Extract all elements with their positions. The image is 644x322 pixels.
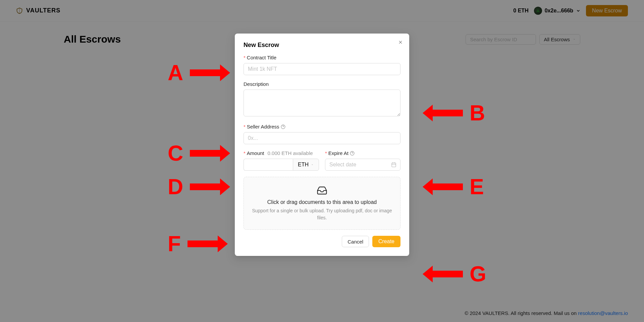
seller-address-input[interactable] <box>244 132 400 144</box>
amount-col: * Amount 0.000 ETH available ETH <box>244 150 319 171</box>
contract-title-input[interactable] <box>244 63 400 75</box>
modal-overlay[interactable]: New Escrow * Contract Title Description … <box>0 0 644 322</box>
close-button[interactable] <box>398 40 403 46</box>
currency-label: ETH <box>298 162 309 168</box>
required-star: * <box>325 150 327 156</box>
expire-label: Expire At <box>328 150 348 156</box>
amount-expire-row: * Amount 0.000 ETH available ETH * Expir… <box>244 150 400 171</box>
amount-available: 0.000 ETH available <box>268 150 313 156</box>
cancel-button[interactable]: Cancel <box>342 236 369 247</box>
close-icon <box>398 40 403 45</box>
chevron-down-icon <box>311 163 314 166</box>
help-icon[interactable] <box>350 151 355 156</box>
expire-date-input[interactable] <box>325 159 400 171</box>
expire-date-wrap <box>325 159 400 171</box>
upload-area[interactable]: Click or drag documents to this area to … <box>244 177 400 230</box>
help-icon[interactable] <box>281 124 285 129</box>
description-label: Description <box>244 81 269 87</box>
inbox-icon <box>317 185 327 196</box>
modal-actions: Cancel Create <box>244 236 400 247</box>
upload-title: Click or drag documents to this area to … <box>251 199 393 205</box>
currency-select[interactable]: ETH <box>293 159 319 171</box>
amount-input-wrap: ETH <box>244 159 319 171</box>
description-row: Description <box>244 81 400 118</box>
upload-hint: Support for a single or bulk upload. Try… <box>251 207 393 221</box>
svg-rect-6 <box>392 163 396 167</box>
description-input[interactable] <box>244 90 400 116</box>
new-escrow-modal: New Escrow * Contract Title Description … <box>235 34 409 256</box>
expire-col: * Expire At <box>325 150 400 171</box>
amount-input[interactable] <box>244 159 293 171</box>
required-star: * <box>244 55 246 60</box>
seller-address-row: * Seller Address <box>244 124 400 144</box>
contract-title-label: Contract Title <box>247 55 276 60</box>
calendar-icon <box>391 162 396 167</box>
contract-title-row: * Contract Title <box>244 55 400 75</box>
amount-label: Amount <box>247 150 264 156</box>
required-star: * <box>244 150 246 156</box>
seller-address-label: Seller Address <box>247 124 279 129</box>
required-star: * <box>244 124 246 129</box>
modal-title: New Escrow <box>244 42 400 49</box>
create-button[interactable]: Create <box>372 236 400 247</box>
